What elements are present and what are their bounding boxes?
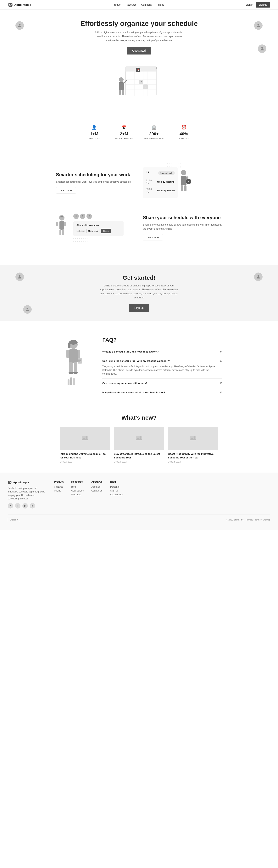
svg-point-45 <box>69 372 73 374</box>
faq-question-1[interactable]: What is a schedule tool, and how does it… <box>102 350 222 353</box>
svg-rect-55 <box>73 378 75 385</box>
feature2-learn-button[interactable]: Learn more <box>143 234 163 241</box>
svg-text:✓: ✓ <box>145 86 147 88</box>
feature1-row: Smarter scheduling for your work Smarter… <box>56 159 222 206</box>
schedule-title-2: Monthly Review <box>157 189 175 192</box>
getstarted-band: Get started! Utilize digital calendars o… <box>0 265 278 321</box>
feature1-person: ✓ <box>178 169 189 195</box>
nav-resource[interactable]: Resource <box>126 3 137 6</box>
copy-link-button[interactable]: Copy Link <box>86 229 99 233</box>
footer-link-aboutus[interactable]: About us <box>91 486 103 488</box>
news-card-2: Stay Organized: Introducing the Latest S… <box>114 427 164 463</box>
news-thumb-1 <box>60 427 110 450</box>
schedule-time-2: 03:00 PM <box>146 188 155 193</box>
feature2-description: Sharing the event schedule allows attend… <box>143 223 222 231</box>
getstarted-signup-button[interactable]: Sign up <box>129 304 149 312</box>
chevron-down-icon: ▾ <box>17 519 18 521</box>
svg-rect-47 <box>78 350 80 358</box>
hero-avatar-topright <box>254 21 263 30</box>
stat-businesses: 🏢 200+ Trusted businesses <box>139 121 169 144</box>
feature2-person <box>56 214 71 242</box>
svg-rect-53 <box>68 379 69 385</box>
hero-section: Effortlessly organize your schedule Util… <box>0 10 278 109</box>
whatsnew-title: What's new? <box>8 414 270 421</box>
svg-rect-31 <box>184 185 186 191</box>
getstarted-description: Utilize digital calendars or scheduling … <box>99 284 179 300</box>
twitter-icon[interactable]: 𝕏 <box>8 503 13 508</box>
share-actions: Link.com Copy Link Share <box>76 229 120 233</box>
svg-point-40 <box>69 340 78 345</box>
features-section: Smarter scheduling for your work Smarter… <box>52 152 226 257</box>
svg-rect-29 <box>181 176 186 185</box>
schedule-tag: Automatically <box>158 171 175 175</box>
faq-question-2[interactable]: Can I sync the schedule tool with my exi… <box>102 359 222 363</box>
facebook-icon[interactable]: f <box>15 503 21 508</box>
footer-col-blog: Blog Personal Start up Organisation <box>110 480 124 508</box>
svg-rect-34 <box>60 221 64 229</box>
feature1-description: Smarter scheduling for work involves emp… <box>56 180 135 184</box>
footer-link-pricing[interactable]: Pricing <box>54 489 64 492</box>
svg-point-61 <box>140 436 141 438</box>
share-avatars-row <box>73 214 135 219</box>
share-box: Share with everyone Link.com Copy Link S… <box>73 221 124 237</box>
building-icon: 🏢 <box>141 125 167 130</box>
faq-item-2: Can I sync the schedule tool with my exi… <box>102 356 222 379</box>
nav-product[interactable]: Product <box>112 3 121 6</box>
schedule-item-1: 11:00 AM Weekly Meeting <box>146 178 175 186</box>
svg-rect-49 <box>78 358 82 364</box>
footer-link-userguides[interactable]: User guides <box>71 489 83 492</box>
footer-link-organisation[interactable]: Organisation <box>110 493 124 496</box>
schedule-card: 17 Automatically 11:00 AM Weekly Meeting… <box>143 167 178 198</box>
svg-text:⏰: ⏰ <box>137 69 140 71</box>
svg-rect-23 <box>122 90 124 95</box>
footer-link-blog[interactable]: Blog <box>71 486 83 488</box>
share-button[interactable]: Share <box>101 229 111 233</box>
faq-question-4[interactable]: Is my data safe and secure within the sc… <box>102 391 222 394</box>
hero-illustration: ✓ ✓ ⏰ ♥ <box>106 60 172 103</box>
navbar: Appointopia Product Resource Company Pri… <box>0 0 278 10</box>
nav-company[interactable]: Company <box>141 3 152 6</box>
svg-rect-48 <box>66 350 69 358</box>
footer-link-contactus[interactable]: Contact us <box>91 489 103 492</box>
stats-row: 👤 1+M New Users 📅 2+M Meeting Schedule 🏢… <box>71 113 207 152</box>
faq-question-3[interactable]: Can I share my schedule with others? ∨ <box>102 381 222 385</box>
stat-new-users: 👤 1+M New Users <box>79 121 109 144</box>
footer-brand: Appointopia Say hello to Appointopia, th… <box>8 480 46 508</box>
hero-cta-button[interactable]: Get started <box>127 47 151 55</box>
language-selector[interactable]: English ▾ <box>8 518 20 522</box>
linkedin-icon[interactable]: in <box>23 503 28 508</box>
news-thumb-2 <box>114 427 164 450</box>
feature1-title: Smarter scheduling for your work <box>56 172 135 178</box>
svg-rect-38 <box>64 222 66 226</box>
feature2-title: Share your schedule with everyone <box>143 215 222 220</box>
news-grid: Introducing the Ultimate Schedule Tool f… <box>52 427 226 463</box>
footer-col-about: About Us About us Contact us <box>91 480 103 508</box>
user-icon: 👤 <box>81 125 107 130</box>
svg-rect-37 <box>56 222 58 226</box>
faq-item-1: What is a schedule tool, and how does it… <box>102 347 222 356</box>
faq-item-3: Can I share my schedule with others? ∨ <box>102 378 222 388</box>
footer-copyright: © 2022 Brand, Inc. • Privacy • Terms • S… <box>226 519 270 521</box>
news-card-title-1: Introducing the Ultimate Schedule Tool f… <box>60 452 110 459</box>
signup-button[interactable]: Sign up <box>255 2 270 7</box>
share-link[interactable]: Link.com <box>76 230 85 232</box>
chevron-down-icon-4: ∨ <box>220 391 222 394</box>
footer-link-features[interactable]: Features <box>54 486 64 488</box>
calendar-icon: 📅 <box>111 125 137 130</box>
footer-link-personal[interactable]: Personal <box>110 486 124 488</box>
youtube-icon[interactable]: ▶ <box>30 503 35 508</box>
chevron-down-icon-3: ∨ <box>220 381 222 385</box>
nav-pricing[interactable]: Pricing <box>157 3 164 6</box>
svg-rect-43 <box>69 362 73 373</box>
check-circle: ✓ <box>186 179 191 184</box>
feature1-learn-button[interactable]: Learn more <box>56 187 76 193</box>
svg-point-41 <box>68 342 70 348</box>
svg-rect-30 <box>181 185 183 191</box>
signin-button[interactable]: Sign in <box>246 3 253 6</box>
svg-point-2 <box>10 4 11 5</box>
svg-rect-54 <box>70 377 72 385</box>
footer-link-webinars[interactable]: Webinars <box>71 493 83 496</box>
footer-link-startup[interactable]: Start up <box>110 489 124 492</box>
footer-logo: Appointopia <box>8 480 46 485</box>
svg-point-46 <box>73 372 78 374</box>
